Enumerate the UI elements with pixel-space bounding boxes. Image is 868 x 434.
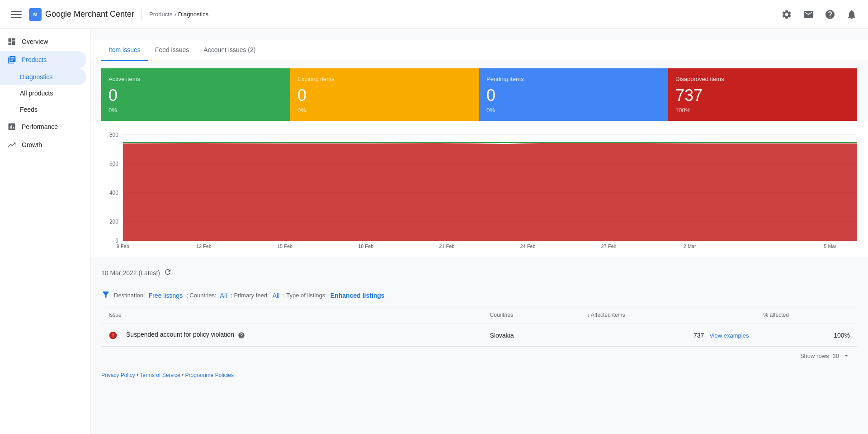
active-items-pct: 0% [108, 107, 283, 114]
sidebar-item-diagnostics[interactable]: Diagnostics [0, 69, 86, 85]
col-header-pct: % affected [756, 306, 857, 324]
latest-header: 10 Mar 2022 (Latest) [101, 268, 857, 277]
countries-cell: Slovakia [483, 324, 580, 347]
refresh-icon[interactable] [164, 268, 172, 277]
svg-text:15 Feb: 15 Feb [277, 243, 292, 248]
tabs-bar: Item issues Feed issues Account issues (… [90, 40, 868, 61]
col-header-countries: Countries [483, 306, 580, 324]
show-rows: Show rows 30 [101, 347, 857, 365]
svg-text:800: 800 [109, 132, 118, 138]
sidebar-allproducts-label: All products [20, 90, 53, 97]
issue-cell: Suspended account for policy violation [101, 324, 483, 347]
tab-feed-issues[interactable]: Feed issues [148, 40, 196, 61]
svg-text:24 Feb: 24 Feb [520, 243, 535, 248]
breadcrumb-current: Diagnostics [178, 11, 208, 18]
svg-text:0: 0 [115, 238, 118, 244]
performance-icon [7, 122, 16, 131]
sidebar-item-all-products[interactable]: All products [0, 85, 86, 101]
mail-icon[interactable] [799, 5, 817, 24]
pending-items-value: 0 [486, 86, 661, 105]
main-content: Item issues Feed issues Account issues (… [90, 29, 868, 434]
svg-text:M: M [33, 12, 37, 17]
col-header-issue: Issue [101, 306, 483, 324]
sidebar-item-feeds[interactable]: Feeds [0, 101, 86, 118]
overview-icon [7, 37, 16, 46]
topbar: M Google Merchant Center Products › Diag… [0, 0, 868, 29]
tab-item-issues[interactable]: Item issues [101, 40, 148, 61]
active-items-value: 0 [108, 86, 283, 105]
svg-rect-0 [11, 11, 22, 12]
filter-separator-1: ; Countries: [186, 292, 216, 299]
disapproved-items-title: Disapproved items [675, 76, 850, 82]
filter-bar: Destination: Free listings ; Countries: … [101, 285, 857, 306]
sidebar-item-products[interactable]: Products [0, 51, 86, 69]
pending-items-card: Pending items 0 0% [479, 68, 668, 121]
help-icon[interactable] [238, 331, 245, 338]
layout: Overview Products Diagnostics All produc… [0, 29, 868, 434]
chart-container: 800 600 400 200 0 9 Feb 12 Feb 1 [90, 121, 868, 257]
settings-icon[interactable] [778, 5, 796, 24]
menu-icon[interactable] [7, 5, 25, 24]
show-rows-value[interactable]: 30 [833, 353, 839, 359]
table-header-row: Issue Countries ↓ Affected items % affec… [101, 306, 857, 324]
topbar-divider [142, 9, 142, 20]
expiring-items-title: Expiring items [297, 76, 472, 82]
affected-items-cell: 737 View examples [580, 324, 756, 347]
svg-marker-15 [123, 142, 857, 241]
sidebar: Overview Products Diagnostics All produc… [0, 29, 90, 434]
table-row: Suspended account for policy violation S… [101, 324, 857, 347]
pct-affected-cell: 100% [756, 324, 857, 347]
disapproved-items-pct: 100% [675, 107, 850, 114]
svg-text:27 Feb: 27 Feb [601, 243, 617, 248]
products-icon [7, 55, 16, 64]
svg-text:600: 600 [109, 161, 118, 167]
filter-destination-value[interactable]: Free listings [149, 292, 183, 299]
sidebar-item-overview[interactable]: Overview [0, 33, 86, 51]
expiring-items-pct: 0% [297, 107, 472, 114]
trend-chart: 800 600 400 200 0 9 Feb 12 Feb 1 [101, 130, 857, 248]
help-icon[interactable] [821, 5, 839, 24]
expiring-items-value: 0 [297, 86, 472, 105]
latest-date: 10 Mar 2022 (Latest) [101, 269, 160, 277]
sidebar-item-performance[interactable]: Performance [0, 118, 86, 136]
sidebar-feeds-label: Feeds [20, 106, 38, 113]
filter-separator-2: ; Primary feed: [231, 292, 269, 299]
svg-rect-1 [11, 14, 22, 15]
pending-items-pct: 0% [486, 107, 661, 114]
active-items-title: Active items [108, 76, 283, 82]
programme-policies-link[interactable]: Programme Policies [185, 372, 234, 378]
disapproved-items-card: Disapproved items 737 100% [668, 68, 857, 121]
show-rows-label: Show rows [800, 353, 829, 359]
notifications-icon[interactable] [843, 5, 861, 24]
tab-account-issues[interactable]: Account issues (2) [196, 40, 263, 61]
filter-type-value[interactable]: Enhanced listings [330, 292, 385, 299]
show-rows-dropdown-icon[interactable] [843, 352, 850, 359]
pending-items-title: Pending items [486, 76, 661, 82]
sidebar-overview-label: Overview [22, 38, 48, 45]
footer: Privacy Policy • Terms of Service • Prog… [101, 365, 857, 386]
view-examples-link[interactable]: View examples [709, 332, 749, 339]
svg-text:5 Mar: 5 Mar [824, 243, 836, 248]
svg-text:21 Feb: 21 Feb [439, 243, 454, 248]
sidebar-products-label: Products [22, 56, 47, 63]
svg-text:200: 200 [109, 219, 118, 225]
filter-icon[interactable] [101, 290, 110, 300]
app-logo: M Google Merchant Center [29, 8, 134, 21]
col-header-affected[interactable]: ↓ Affected items [580, 306, 756, 324]
disapproved-items-value: 737 [675, 86, 850, 105]
latest-section: 10 Mar 2022 (Latest) Destination: Free l… [101, 268, 857, 365]
filter-primary-feed-value[interactable]: All [273, 292, 280, 299]
sidebar-growth-label: Growth [22, 141, 42, 148]
terms-of-service-link[interactable]: Terms of Service [140, 372, 180, 378]
privacy-policy-link[interactable]: Privacy Policy [101, 372, 135, 378]
sidebar-diagnostics-label: Diagnostics [20, 73, 52, 81]
sidebar-item-growth[interactable]: Growth [0, 136, 86, 154]
breadcrumb-parent[interactable]: Products [149, 11, 172, 18]
breadcrumb-separator: › [174, 11, 176, 18]
sidebar-performance-label: Performance [22, 123, 58, 130]
svg-text:12 Feb: 12 Feb [196, 243, 212, 248]
topbar-actions [778, 5, 861, 24]
status-cards: Active items 0 0% Expiring items 0 0% Pe… [101, 68, 857, 121]
filter-countries-value[interactable]: All [220, 292, 227, 299]
filter-separator-3: ; Type of listings: [283, 292, 327, 299]
